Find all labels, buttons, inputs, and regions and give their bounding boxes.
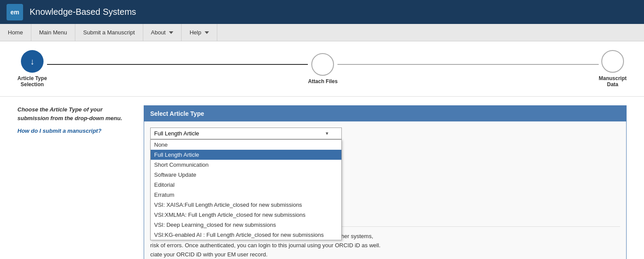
dropdown-arrow-icon: ▼ (325, 131, 329, 136)
left-panel: Choose the Article Type of your submissi… (17, 105, 131, 259)
nav-main-menu[interactable]: Main Menu (31, 24, 75, 41)
step-manuscript-data: ManuscriptData (599, 50, 627, 87)
nav-submit-manuscript[interactable]: Submit a Manuscript (75, 24, 143, 41)
main-content: Choose the Article Type of your submissi… (0, 97, 644, 259)
step-attach-files: Attach Files (308, 53, 337, 84)
dropdown-option-full-length[interactable]: Full Length Article (151, 150, 341, 160)
step-3-circle (601, 50, 624, 73)
step-2-label: Attach Files (308, 78, 337, 84)
help-chevron-icon (205, 31, 209, 34)
nav-about[interactable]: About (143, 24, 182, 41)
step-1-label: Article TypeSelection (17, 75, 47, 87)
step-2-circle (311, 53, 334, 76)
step-line-2 (337, 64, 599, 65)
select-article-header: Select Article Type (144, 106, 626, 121)
orcid-text-3: ciate your ORCID iD with your EM user re… (150, 250, 620, 259)
dropdown-option-none[interactable]: None (151, 140, 341, 150)
navigation: Home Main Menu Submit a Manuscript About… (0, 24, 644, 41)
dropdown-option-short-comm[interactable]: Short Communication (151, 160, 341, 170)
dropdown-option-editorial[interactable]: Editorial (151, 180, 341, 190)
dropdown-option-vsi-xmlma[interactable]: VSI:XMLMA: Full Length Article_closed fo… (151, 210, 341, 220)
step-article-type: ↓ Article TypeSelection (17, 50, 47, 87)
step-1-icon: ↓ (30, 57, 34, 67)
dropdown-selected-value: Full Length Article (154, 130, 199, 137)
dropdown-option-vsi-xaisa[interactable]: VSI: XAISA:Full Length Article_closed fo… (151, 200, 341, 210)
select-article-box: Select Article Type Full Length Article … (144, 105, 627, 259)
step-1-circle: ↓ (21, 50, 44, 73)
app-title: Knowledge-Based Systems (30, 7, 136, 17)
article-type-dropdown-container: Full Length Article ▼ None Full Length A… (150, 128, 342, 139)
nav-home[interactable]: Home (0, 24, 31, 41)
step-container: ↓ Article TypeSelection Attach Files Man… (17, 50, 627, 87)
article-type-dropdown[interactable]: Full Length Article ▼ (150, 128, 342, 139)
dropdown-option-vsi-kg[interactable]: VSI:KG-enabled AI : Full Length Article_… (151, 230, 341, 240)
step-3-label: ManuscriptData (599, 75, 627, 87)
header: em Knowledge-Based Systems (0, 0, 644, 24)
step-line-1 (47, 64, 308, 65)
how-to-submit-link[interactable]: How do I submit a manuscript? (17, 128, 101, 134)
logo: em (7, 4, 23, 20)
dropdown-option-erratum[interactable]: Erratum (151, 190, 341, 200)
about-chevron-icon (169, 31, 173, 34)
orcid-text-2: risk of errors. Once authenticated, you … (150, 241, 620, 250)
dropdown-option-software-update[interactable]: Software Update (151, 170, 341, 180)
progress-steps: ↓ Article TypeSelection Attach Files Man… (0, 41, 644, 97)
instruction-text: Choose the Article Type of your submissi… (17, 105, 131, 122)
article-type-dropdown-list: None Full Length Article Short Communica… (150, 139, 342, 240)
right-panel: Select Article Type Full Length Article … (144, 105, 627, 259)
dropdown-option-vsi-deep-learning[interactable]: VSI: Deep Learning_closed for new submis… (151, 220, 341, 230)
select-article-body: Full Length Article ▼ None Full Length A… (144, 121, 626, 259)
nav-help[interactable]: Help (182, 24, 217, 41)
